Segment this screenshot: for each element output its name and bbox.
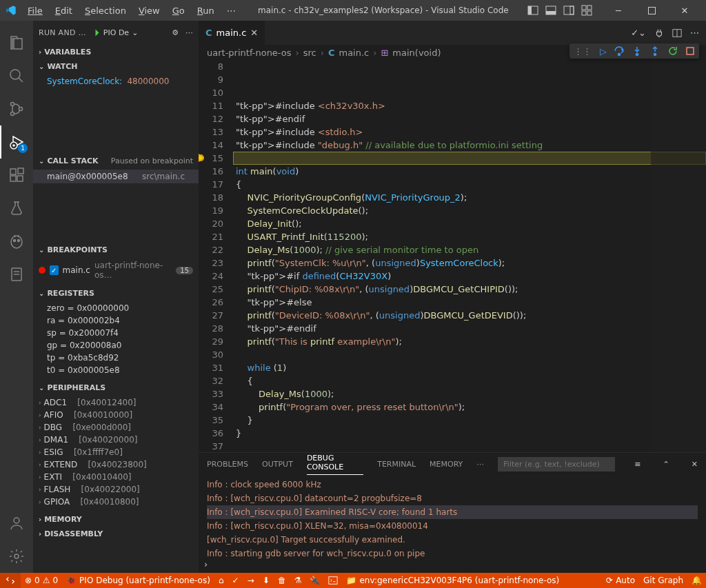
plug-icon[interactable] [654,28,664,38]
gear-icon[interactable]: ⚙ [172,28,179,37]
status-clean-icon[interactable]: 🗑 [274,573,290,588]
console-filter-input[interactable] [498,457,615,472]
register-row[interactable]: gp = 0x200008a0 [33,339,199,352]
panel-tab-output[interactable]: OUTPUT [262,460,293,469]
toggle-secondary-icon[interactable] [561,3,576,18]
settings-icon[interactable] [0,540,33,573]
split-editor-icon[interactable] [672,28,682,38]
panel-tab-terminal[interactable]: TERMINAL [377,460,416,469]
status-debug-target[interactable]: 🐞PIO Debug (uart-printf-none-os) [62,573,214,588]
customize-layout-icon[interactable] [579,3,594,18]
breakpoint-checkbox[interactable]: ✓ [50,265,59,275]
menu-file[interactable]: File [22,3,48,19]
section-variables[interactable]: ›VARIABLES [33,45,199,59]
console-input-chevron[interactable]: › [199,559,706,573]
platformio-icon[interactable] [0,225,33,258]
status-upload-icon[interactable]: ⬇ [259,573,274,588]
debug-badge: 1 [18,143,28,153]
section-peripherals[interactable]: ⌄PERIPHERALS [33,381,199,395]
peripheral-row[interactable]: ›EXTEND [0x40023800] [33,458,199,471]
toggle-panel-icon[interactable] [543,3,558,18]
menu-view[interactable]: View [133,3,165,19]
source-control-icon[interactable] [0,92,33,125]
toggle-sidebar-icon[interactable] [525,3,541,18]
window-close-button[interactable]: ✕ [669,0,700,21]
register-row[interactable]: tp = 0xba5c8d92 [33,352,199,364]
section-watch[interactable]: ⌄WATCH [33,59,199,74]
section-registers[interactable]: ⌄REGISTERS [33,286,199,301]
status-check-icon[interactable]: ✓ [228,573,243,588]
panel-tabs-more[interactable]: ⋯ [476,460,484,469]
window-minimize-button[interactable]: ─ [603,0,634,21]
panel-tab-memory[interactable]: MEMORY [430,460,463,469]
menu-overflow[interactable]: ⋯ [221,3,241,19]
drag-grip-icon[interactable]: ⋮⋮ [574,46,592,57]
breadcrumb[interactable]: uart-printf-none-os› src› C main.c› ⊞ ma… [199,45,706,60]
menu-selection[interactable]: Selection [79,3,132,19]
status-terminal-icon[interactable] [324,573,342,588]
section-disassembly[interactable]: ›DISASSEMBLY [33,527,199,541]
menu-edit[interactable]: Edit [50,3,78,19]
extensions-icon[interactable] [0,159,33,192]
explorer-icon[interactable] [0,26,33,59]
peripheral-row[interactable]: ›FLASH [0x40022000] [33,483,199,496]
restart-icon[interactable] [667,45,678,57]
watch-expression[interactable]: SystemCoreClock: 48000000 [33,75,199,88]
editor-tab-main-c[interactable]: C main.c ✕ [199,21,265,45]
peripheral-row[interactable]: ›GPIOA [0x40010800] [33,496,199,508]
register-row[interactable]: zero = 0x00000000 [33,302,199,314]
debug-toolbar[interactable]: ⋮⋮ ▷ [569,43,699,59]
continue-icon[interactable]: ▷ [600,46,607,57]
status-home-icon[interactable]: ⌂ [214,573,228,588]
panel-maximize-icon[interactable]: ⌃ [663,460,669,469]
window-maximize-button[interactable] [636,0,667,21]
project-icon[interactable] [0,258,33,291]
remote-indicator[interactable] [0,573,21,588]
search-icon[interactable] [0,59,33,92]
section-callstack[interactable]: ⌄CALL STACKPaused on breakpoint [33,154,199,168]
status-monitor-icon[interactable]: 🔌 [305,573,324,588]
debug-config-select[interactable]: PIO De ⌄ [90,26,143,39]
step-out-icon[interactable] [649,45,660,57]
panel-tab-problems[interactable]: PROBLEMS [207,460,248,469]
run-checkmark-icon[interactable]: ✓⌄ [631,28,646,38]
accounts-icon[interactable] [0,507,33,540]
panel-close-icon[interactable]: ✕ [692,460,698,469]
more-actions-icon[interactable]: ⋯ [690,28,699,38]
status-build-icon[interactable]: → [243,573,259,588]
breakpoint-row[interactable]: ✓ main.c uart-printf-none-os… 15 [33,258,199,282]
stack-frame-row[interactable]: main@0x000005e8src\main.c [33,170,199,183]
debug-console[interactable]: Info : clock speed 6000 kHzInfo : [wch_r… [199,475,706,559]
peripheral-row[interactable]: ›DBG [0xe000d000] [33,421,199,434]
peripheral-row[interactable]: ›ADC1 [0x40012400] [33,396,199,409]
status-errors[interactable]: ⊗0⚠0 [21,573,62,588]
status-gitgraph[interactable]: Git Graph [639,576,687,585]
svg-point-14 [11,112,14,116]
status-env[interactable]: 📁 env:genericCH32V003F4P6 (uart-printf-n… [342,573,563,588]
register-row[interactable]: ra = 0x000002b4 [33,314,199,327]
status-test-icon[interactable]: ⚗ [290,573,306,588]
more-icon[interactable]: ⋯ [185,28,193,37]
status-auto[interactable]: ⟳ Auto [602,576,639,585]
menu-run[interactable]: Run [192,3,220,19]
code-editor[interactable]: 8910111213141516171819202122232425262728… [199,60,706,452]
section-breakpoints[interactable]: ⌄BREAKPOINTS [33,243,199,257]
status-bell-icon[interactable]: 🔔 [687,576,706,585]
step-into-icon[interactable] [632,45,643,57]
testing-icon[interactable] [0,192,33,225]
section-memory[interactable]: ›MEMORY [33,512,199,527]
menu-go[interactable]: Go [167,3,190,19]
register-row[interactable]: t0 = 0x000005e8 [33,364,199,376]
step-over-icon[interactable] [614,45,625,57]
peripheral-row[interactable]: ›EXTI [0x40010400] [33,471,199,483]
filter-icon[interactable]: ≡ [634,460,641,469]
peripheral-row[interactable]: ›ESIG [0x1ffff7e0] [33,446,199,458]
register-row[interactable]: sp = 0x200007f4 [33,327,199,339]
panel-tab-debug-console[interactable]: DEBUG CONSOLE [307,454,363,475]
run-debug-icon[interactable]: 1 [0,125,33,159]
peripheral-row[interactable]: ›DMA1 [0x40020000] [33,434,199,446]
stop-icon[interactable] [685,46,695,56]
close-tab-icon[interactable]: ✕ [250,28,258,38]
peripheral-row[interactable]: ›AFIO [0x40010000] [33,409,199,421]
svg-rect-40 [687,48,694,54]
